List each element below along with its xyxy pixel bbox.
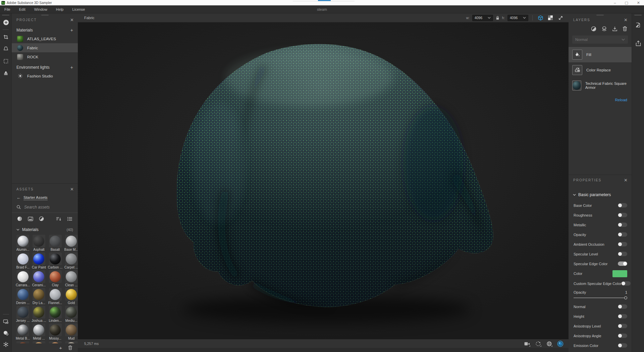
add-resource-button[interactable] bbox=[0, 18, 12, 27]
images-filter-icon[interactable] bbox=[28, 217, 33, 221]
toggle-switch[interactable] bbox=[618, 232, 627, 237]
menu-item-help[interactable]: Help bbox=[52, 5, 68, 13]
lock-icon[interactable] bbox=[496, 16, 499, 20]
material-tile[interactable]: Flannel... bbox=[48, 288, 63, 305]
material-tile[interactable]: Gold bbox=[64, 288, 78, 305]
view-3d-button[interactable] bbox=[537, 14, 544, 21]
material-tile[interactable]: Carbon ... bbox=[48, 252, 63, 269]
toggle-switch[interactable] bbox=[618, 314, 627, 318]
close-button[interactable]: ✕ bbox=[637, 0, 640, 5]
material-tile[interactable]: Linden... bbox=[48, 306, 63, 322]
material-tile[interactable]: Car Paint bbox=[32, 252, 46, 269]
material-tile[interactable]: Mud bbox=[64, 324, 78, 340]
properties-close-icon[interactable]: ✕ bbox=[624, 178, 628, 182]
reload-link[interactable]: Reload bbox=[615, 98, 627, 102]
toggle-switch[interactable] bbox=[618, 324, 627, 328]
back-arrow-icon[interactable]: ← bbox=[16, 195, 21, 200]
rail-drag-handle[interactable] bbox=[2, 15, 9, 15]
scene-settings-button[interactable] bbox=[0, 329, 12, 337]
project-item[interactable]: ROCK bbox=[12, 52, 78, 61]
plugins-button[interactable] bbox=[0, 340, 12, 349]
rail-drag-handle[interactable] bbox=[634, 15, 642, 15]
viewport-3d-canvas[interactable] bbox=[78, 22, 569, 339]
half-sphere-filter-icon[interactable] bbox=[39, 216, 44, 221]
toggle-switch[interactable] bbox=[618, 242, 627, 246]
materials-group-header[interactable]: Materials (40) bbox=[12, 224, 78, 234]
display-settings-button[interactable] bbox=[0, 317, 12, 326]
material-tile[interactable]: Clay bbox=[48, 270, 63, 287]
material-tile[interactable]: Mossy... bbox=[48, 324, 63, 340]
material-preview-button[interactable] bbox=[557, 340, 564, 347]
project-item[interactable]: ATLAS_LEAVES bbox=[12, 34, 78, 43]
environment-settings-button[interactable] bbox=[535, 340, 541, 347]
sort-icon[interactable] bbox=[56, 217, 61, 221]
view-2d-button[interactable] bbox=[547, 14, 554, 21]
fullscreen-button[interactable] bbox=[557, 14, 564, 21]
import-layer-icon[interactable] bbox=[612, 26, 618, 32]
assets-search-input[interactable]: Search assets bbox=[12, 201, 78, 213]
minimize-button[interactable]: – bbox=[614, 0, 616, 5]
opacity-slider[interactable] bbox=[574, 296, 627, 300]
material-tile[interactable]: Base M... bbox=[64, 235, 78, 251]
material-tile[interactable]: Carrara... bbox=[16, 270, 30, 287]
material-tile[interactable]: Basalt bbox=[48, 235, 63, 251]
project-close-icon[interactable]: ✕ bbox=[70, 18, 74, 22]
toggle-switch[interactable] bbox=[618, 304, 627, 309]
send-to-app-button[interactable] bbox=[632, 20, 644, 30]
fill-layer-icon[interactable] bbox=[601, 26, 607, 32]
material-tile[interactable]: Cerami... bbox=[32, 270, 46, 287]
toggle-switch[interactable] bbox=[618, 334, 627, 338]
menu-item-file[interactable]: File bbox=[0, 5, 15, 13]
starter-assets-link[interactable]: Starter Assets bbox=[23, 195, 48, 200]
add-item-button[interactable]: + bbox=[70, 27, 73, 33]
material-tile[interactable]: Jersey ... bbox=[16, 306, 30, 322]
camera-settings-button[interactable] bbox=[524, 340, 530, 347]
layer-row[interactable]: Color Replace bbox=[569, 62, 632, 78]
toggle-switch[interactable] bbox=[618, 261, 627, 266]
mask-adjustment-icon[interactable] bbox=[591, 26, 596, 32]
material-tile[interactable]: Mediu... bbox=[64, 306, 78, 322]
material-tile[interactable]: Asphalt bbox=[32, 235, 46, 251]
color-swatch[interactable] bbox=[612, 270, 627, 277]
material-tile[interactable]: Clean ... bbox=[64, 270, 78, 287]
width-select[interactable]: 4096 bbox=[472, 15, 493, 21]
material-tile[interactable]: Denim ... bbox=[16, 288, 30, 305]
clone-stamp-tool-button[interactable] bbox=[0, 69, 12, 77]
project-item[interactable]: Fashion Studio bbox=[12, 71, 78, 80]
grid-display-button[interactable] bbox=[546, 340, 552, 347]
material-tile[interactable]: Metal ... bbox=[32, 324, 46, 340]
toggle-switch[interactable] bbox=[618, 252, 627, 256]
layer-row[interactable]: Fill bbox=[569, 47, 632, 62]
slider-knob[interactable] bbox=[624, 296, 627, 299]
material-tile[interactable]: Alumin... bbox=[16, 235, 30, 251]
maximize-button[interactable]: ▢ bbox=[625, 0, 628, 5]
delete-layer-icon[interactable] bbox=[623, 26, 627, 31]
layer-row[interactable]: Technical Fabric Square Armor bbox=[569, 78, 632, 93]
toggle-switch[interactable] bbox=[621, 281, 631, 286]
menu-item-edit[interactable]: Edit bbox=[15, 5, 30, 13]
add-asset-button[interactable]: + bbox=[59, 345, 62, 351]
materials-filter-icon[interactable] bbox=[17, 216, 22, 221]
toggle-switch[interactable] bbox=[618, 223, 627, 227]
height-select[interactable]: 4096 bbox=[507, 15, 528, 21]
material-tile[interactable]: Joshua ... bbox=[32, 306, 46, 322]
toggle-switch[interactable] bbox=[618, 343, 627, 348]
blend-mode-select[interactable]: Normal bbox=[572, 36, 628, 44]
delete-asset-icon[interactable] bbox=[68, 345, 72, 350]
material-tile[interactable]: Carpet ... bbox=[64, 252, 78, 269]
add-item-button[interactable]: + bbox=[70, 65, 73, 70]
assets-close-icon[interactable]: ✕ bbox=[70, 187, 74, 191]
basic-parameters-group[interactable]: Basic parameters bbox=[569, 184, 632, 197]
toggle-switch[interactable] bbox=[618, 213, 627, 217]
select-region-tool-button[interactable] bbox=[0, 57, 12, 65]
layers-close-icon[interactable]: ✕ bbox=[624, 18, 628, 22]
project-item[interactable]: Fabric bbox=[12, 43, 78, 52]
menu-item-license[interactable]: License bbox=[68, 5, 89, 13]
perspective-tool-button[interactable] bbox=[0, 44, 12, 53]
menu-item-window[interactable]: Window bbox=[30, 5, 52, 13]
crop-tool-button[interactable] bbox=[0, 33, 12, 41]
material-tile[interactable]: Metal B... bbox=[16, 324, 30, 340]
list-view-icon[interactable] bbox=[67, 217, 72, 221]
material-tile[interactable]: Braid F... bbox=[16, 252, 30, 269]
material-tile[interactable]: Dry La... bbox=[32, 288, 46, 305]
